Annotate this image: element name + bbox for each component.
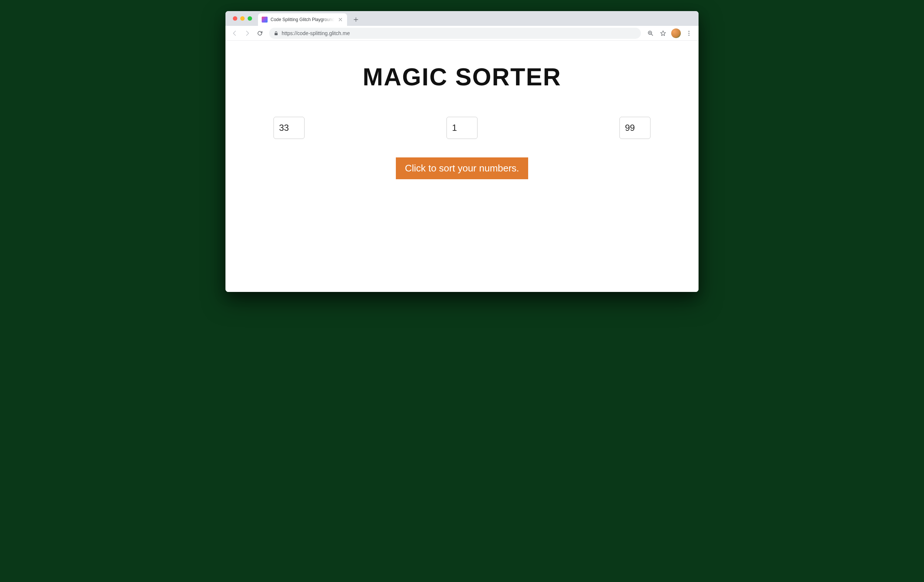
svg-point-4: [688, 35, 690, 35]
forward-button[interactable]: [242, 28, 253, 39]
page-content: MAGIC SORTER Click to sort your numbers.: [226, 41, 698, 292]
window-maximize-button[interactable]: [248, 16, 252, 21]
browser-toolbar: https://code-splitting.glitch.me: [226, 26, 698, 41]
number-input-2[interactable]: [447, 117, 477, 139]
profile-avatar[interactable]: [671, 28, 681, 38]
address-bar[interactable]: https://code-splitting.glitch.me: [269, 28, 641, 39]
bookmark-star-icon[interactable]: [657, 27, 669, 39]
close-icon[interactable]: [337, 16, 343, 23]
page-title: MAGIC SORTER: [270, 63, 654, 91]
new-tab-button[interactable]: [351, 15, 361, 25]
window-close-button[interactable]: [233, 16, 237, 21]
back-button[interactable]: [229, 28, 240, 39]
window-minimize-button[interactable]: [240, 16, 245, 21]
menu-icon[interactable]: [683, 27, 695, 39]
svg-point-2: [688, 31, 690, 32]
zoom-icon[interactable]: [645, 27, 657, 39]
tab-bar: Code Splitting Glitch Playground: [226, 11, 698, 26]
number-input-1[interactable]: [274, 117, 305, 139]
lock-icon: [274, 31, 279, 36]
window-controls: [229, 11, 256, 26]
tab-title: Code Splitting Glitch Playground: [271, 17, 335, 22]
favicon-icon: [262, 16, 267, 23]
svg-point-3: [688, 33, 690, 34]
url-text: https://code-splitting.glitch.me: [282, 30, 637, 36]
browser-tab[interactable]: Code Splitting Glitch Playground: [258, 13, 347, 26]
browser-window: Code Splitting Glitch Playground https:/…: [226, 11, 698, 292]
reload-button[interactable]: [254, 28, 266, 39]
number-input-3[interactable]: [619, 117, 650, 139]
number-inputs-row: [270, 117, 654, 139]
toolbar-right: [645, 27, 695, 39]
svg-rect-0: [275, 33, 277, 35]
sort-button[interactable]: Click to sort your numbers.: [396, 157, 528, 179]
